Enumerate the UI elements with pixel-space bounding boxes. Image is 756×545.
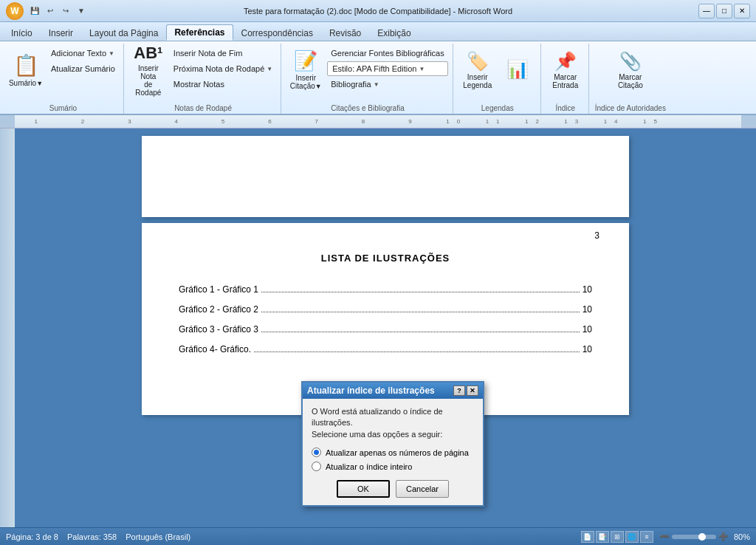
redo-quick-btn[interactable]: ↪ — [59, 4, 72, 18]
radio-full-index[interactable] — [312, 462, 321, 471]
group-legendas-label: Legendas — [459, 104, 536, 114]
window-controls: — □ ✕ — [698, 4, 750, 18]
zoom-level: 80% — [734, 532, 750, 541]
toc-page-4: 10 — [583, 344, 592, 354]
radio-page-numbers[interactable] — [312, 448, 321, 457]
group-autoridades-label: Índice de Autoridades — [595, 104, 666, 114]
citacao-icon: 📝 — [294, 49, 317, 72]
group-notas-label: Notas de Rodapé — [130, 104, 276, 114]
toc-item-1: Gráfico 1 - Gráfico 1 10 — [179, 282, 592, 295]
page-number: 3 — [594, 230, 599, 241]
option-full-index-label: Atualizar o índice inteiro — [326, 462, 412, 471]
tab-referencias[interactable]: Referências — [166, 24, 233, 41]
btn-indice-legendas[interactable]: 📊 — [499, 46, 536, 95]
group-legendas: 🏷️ InserirLegenda 📊 Legendas — [455, 44, 541, 114]
view-normal[interactable]: 📄 — [581, 531, 594, 543]
title-bar-left: W 💾 ↩ ↪ ▼ — [6, 2, 88, 20]
zoom-out-btn[interactable]: ➖ — [659, 532, 670, 541]
status-bar: Página: 3 de 8 Palavras: 358 Português (… — [0, 527, 756, 545]
update-index-dialog[interactable]: Atualizar índice de ilustrações ? ✕ O Wo… — [301, 381, 484, 507]
btn-adicionar-texto[interactable]: Adicionar Texto ▼ — [47, 46, 119, 61]
proxima-nota-label: Próxima Nota de Rodapé — [173, 64, 265, 73]
page-title: LISTA DE ILUSTRAÇÕES — [179, 253, 592, 264]
save-quick-btn[interactable]: 💾 — [28, 4, 41, 18]
btn-marcar-citacao[interactable]: 📎 MarcarCitação — [612, 46, 649, 95]
bibliografia-label: Bibliografia — [331, 80, 371, 89]
ruler-horizontal: 1 2 3 4 5 6 7 8 9 10 11 12 13 14 15 — [0, 115, 756, 128]
btn-mostrar-notas[interactable]: Mostrar Notas — [170, 77, 276, 92]
toc-dots-2 — [261, 302, 580, 312]
radio-dot-selected — [314, 450, 319, 455]
ruler-body: 1 2 3 4 5 6 7 8 9 10 11 12 13 14 15 — [15, 115, 741, 128]
page-2-partial — [142, 136, 629, 217]
btn-atualizar-sumario[interactable]: Atualizar Sumário — [47, 61, 119, 76]
ok-button[interactable]: OK — [337, 480, 390, 498]
btn-inserir-nota-fim[interactable]: Inserir Nota de Fim — [170, 46, 276, 61]
group-indice: 📌 MarcarEntrada Índice — [543, 44, 589, 114]
legenda-label: InserirLegenda — [463, 73, 492, 89]
language: Português (Brasil) — [126, 532, 190, 541]
close-btn[interactable]: ✕ — [734, 4, 750, 18]
toc-label-2: Gráfico 2 - Gráfico 2 — [179, 304, 258, 315]
minimize-btn[interactable]: — — [698, 4, 715, 18]
option-page-numbers-label: Atualizar apenas os números de página — [326, 448, 469, 457]
sumario-icon: 📋 — [13, 53, 39, 78]
tab-exibicao[interactable]: Exibição — [369, 24, 419, 41]
title-bar: W 💾 ↩ ↪ ▼ Teste para formatação (2).doc … — [0, 0, 756, 22]
tab-layout[interactable]: Layout da Página — [81, 24, 166, 41]
btn-gerenciar-fontes[interactable]: Gerenciar Fontes Bibliográficas — [327, 46, 447, 61]
undo-quick-btn[interactable]: ↩ — [44, 4, 57, 18]
mostrar-notas-label: Mostrar Notas — [173, 80, 224, 89]
ribbon: 📋 Sumário▼ Adicionar Texto ▼ Atualizar S… — [0, 41, 756, 115]
btn-estilo-dropdown[interactable]: Estilo: APA Fifth Edition ▼ — [327, 61, 447, 76]
marcar-citacao-label: MarcarCitação — [618, 73, 643, 89]
toc-page-2: 10 — [583, 304, 592, 315]
marcar-citacao-icon: 📎 — [619, 51, 642, 72]
dialog-body: O Word está atualizando o índice de ilus… — [303, 399, 483, 505]
maximize-btn[interactable]: □ — [716, 4, 732, 18]
option-full-index[interactable]: Atualizar o índice inteiro — [312, 462, 474, 471]
dialog-close-btn[interactable]: ✕ — [467, 385, 478, 396]
toc-dots-4 — [254, 342, 580, 352]
btn-inserir-citacao[interactable]: 📝 InserirCitação▼ — [287, 46, 324, 95]
nota-icon: AB¹ — [134, 44, 162, 63]
zoom-slider[interactable] — [672, 535, 716, 539]
option-page-numbers[interactable]: Atualizar apenas os números de página — [312, 448, 474, 457]
view-full[interactable]: ⊞ — [611, 531, 624, 543]
view-web[interactable]: 🌐 — [625, 531, 639, 543]
group-sumario: 📋 Sumário▼ Adicionar Texto ▼ Atualizar S… — [3, 44, 124, 114]
btn-proxima-nota[interactable]: Próxima Nota de Rodapé ▼ — [170, 61, 276, 76]
bibliografia-arrow: ▼ — [374, 81, 379, 88]
ribbon-tabs: Início Inserir Layout da Página Referênc… — [0, 22, 756, 41]
btn-sumario[interactable]: 📋 Sumário▼ — [7, 46, 44, 95]
tab-correspondencias[interactable]: Correspondências — [233, 24, 321, 41]
tab-revisao[interactable]: Revisão — [321, 24, 369, 41]
cancel-button[interactable]: Cancelar — [396, 480, 449, 498]
estilo-arrow: ▼ — [419, 66, 425, 72]
zoom-in-btn[interactable]: ➕ — [718, 532, 729, 541]
dialog-controls: ? ✕ — [453, 385, 478, 396]
adicionar-texto-label: Adicionar Texto — [51, 49, 106, 58]
group-citacoes: 📝 InserirCitação▼ Gerenciar Fontes Bibli… — [283, 44, 453, 114]
btn-bibliografia[interactable]: Bibliografia ▼ — [327, 77, 447, 92]
view-layout[interactable]: 📑 — [596, 531, 609, 543]
page-info: Página: 3 de 8 — [6, 532, 58, 541]
dialog-title: Atualizar índice de ilustrações — [307, 385, 435, 396]
btn-inserir-nota[interactable]: AB¹ Inserir Notade Rodapé — [130, 46, 167, 95]
btn-inserir-legenda[interactable]: 🏷️ InserirLegenda — [459, 46, 496, 95]
more-quick-btn[interactable]: ▼ — [75, 4, 88, 18]
toc-dots-1 — [261, 282, 580, 292]
tab-inserir[interactable]: Inserir — [41, 24, 81, 41]
dialog-help-btn[interactable]: ? — [453, 385, 465, 396]
marcar-entrada-icon: 📌 — [554, 51, 577, 72]
btn-marcar-entrada[interactable]: 📌 MarcarEntrada — [547, 46, 584, 95]
group-sumario-label: Sumário — [7, 104, 119, 114]
zoom-controls: ➖ ➕ 80% — [659, 532, 750, 541]
tab-inicio[interactable]: Início — [3, 24, 41, 41]
vertical-ruler — [0, 128, 15, 527]
view-draft[interactable]: ≡ — [640, 531, 653, 543]
toc-label-3: Gráfico 3 - Gráfico 3 — [179, 324, 258, 335]
adicionar-texto-arrow: ▼ — [109, 50, 114, 57]
ruler-right-margin — [741, 115, 756, 128]
marcar-entrada-label: MarcarEntrada — [552, 73, 578, 89]
